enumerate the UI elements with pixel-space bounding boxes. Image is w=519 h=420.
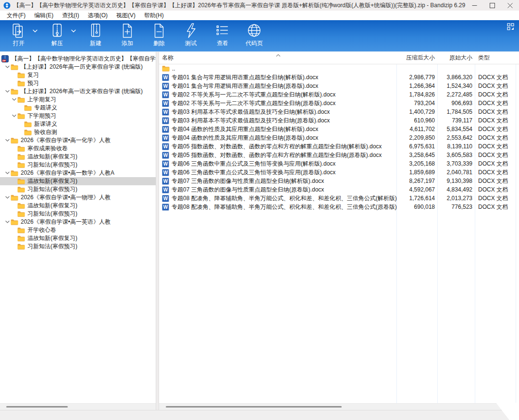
table-row[interactable]: W专题07 三角函数的图像与性质重点题型全归纳(原卷版).docx4,592,0… xyxy=(159,185,519,194)
tree-item[interactable]: 【上好课】2026年高一语文寒假自学课 (统编版) xyxy=(0,87,156,96)
file-type-cell: DOCX 文档 xyxy=(475,117,519,125)
chevron-down-icon[interactable] xyxy=(4,171,11,175)
tree-item[interactable]: 温故知新(寒假复习) xyxy=(0,177,156,185)
parent-dir-row[interactable]: .. xyxy=(159,64,519,73)
table-row[interactable]: W专题06 三角函数中重点公式及三角恒等变换与应用(原卷版).docx1,859… xyxy=(159,168,519,177)
tree-item[interactable]: 习新知法(寒假预习) xyxy=(0,210,156,218)
tree-item[interactable]: 开学收心卷 xyxy=(0,226,156,234)
tree-item[interactable]: 下学期预习 xyxy=(0,112,156,120)
column-header-original[interactable]: 原始大小 xyxy=(438,54,475,62)
file-name-cell: W专题03 利用基本不等式求最值题型及技巧全归纳(解析版).docx xyxy=(159,108,397,116)
tree-item[interactable]: ZIP【高一】【高中数学物理化学英语语文历史】【寒假自学课】【上好课】2026年… xyxy=(0,55,156,63)
file-name: 专题05 指数函数、对数函数、函数的零点和方程的解重点题型全归纳(原卷版).do… xyxy=(172,151,382,159)
table-row[interactable]: W专题02 不等关系与一元二次不等式重点题型全归纳(原卷版).docx793,2… xyxy=(159,99,519,108)
tree-item[interactable]: 温故知新(寒假复习) xyxy=(0,202,156,210)
toolbar-button-label: 新建 xyxy=(90,39,101,48)
toolbar-button-test[interactable]: 测试 xyxy=(178,22,204,48)
table-row[interactable]: W专题02 不等关系与一元二次不等式重点题型全归纳(解析版).docx1,784… xyxy=(159,90,519,99)
tree-item[interactable]: 验收自测 xyxy=(0,128,156,136)
chevron-down-icon[interactable] xyxy=(4,139,11,142)
dropdown-chevron-icon[interactable] xyxy=(32,29,38,33)
tree-item[interactable]: 温故知新(寒假复习) xyxy=(0,234,156,242)
table-row[interactable]: W专题03 利用基本不等式求最值题型及技巧全归纳(原卷版).docx610,96… xyxy=(159,116,519,125)
table-row[interactable]: W专题04 函数的性质及其应用重点题型全归纳(解析版).docx4,611,70… xyxy=(159,125,519,133)
toolbar-button-new[interactable]: 新建 xyxy=(83,22,109,48)
scrollbar-thumb[interactable] xyxy=(166,406,342,408)
tree-item[interactable]: 2026《寒假自学课•高一物理》人教 xyxy=(0,193,156,202)
chevron-down-icon[interactable] xyxy=(4,220,11,224)
tree-item-label: 开学收心卷 xyxy=(27,226,56,234)
window-controls xyxy=(466,0,519,11)
tree-item-label: 温故知新(寒假复习) xyxy=(27,153,77,161)
file-list: ..W专题01 集合与常用逻辑用语重点题型全归纳(解析版).docx2,986,… xyxy=(159,64,519,403)
table-row[interactable]: W专题07 三角函数的图像与性质重点题型全归纳(解析版).docx8,267,1… xyxy=(159,177,519,185)
table-row[interactable]: W专题06 三角函数中重点公式及三角恒等变换与应用(解析版).docx3,205… xyxy=(159,159,519,168)
scrollbar-thumb[interactable] xyxy=(6,406,68,408)
close-button[interactable] xyxy=(501,0,519,11)
folder-icon xyxy=(17,80,25,87)
toolbar-button-extract[interactable]: 解压 xyxy=(44,22,70,48)
table-row[interactable]: W专题01 集合与常用逻辑用语重点题型全归纳(解析版).docx2,986,77… xyxy=(159,73,519,82)
tree-item[interactable]: 预习 xyxy=(0,79,156,87)
codepage-globe-icon xyxy=(246,23,262,39)
column-header-type[interactable]: 类型 xyxy=(475,54,519,62)
table-row[interactable]: W专题08 配凑角、降幂辅助角、半角万能公式、积化和差、和差化积、三倍角公式(原… xyxy=(159,203,519,211)
tree-item-label: 寒假成果验收卷 xyxy=(27,144,68,153)
tree-item[interactable]: 2026《寒假自学课•高一化学》人教 xyxy=(0,136,156,144)
tree-item[interactable]: 2026《寒假自学课•高一数学》人教A xyxy=(0,169,156,177)
minimize-button[interactable] xyxy=(466,0,483,11)
tree-item[interactable]: 上学期复习 xyxy=(0,96,156,104)
file-name-cell: .. xyxy=(159,65,397,72)
menu-item-find[interactable]: 查找(I) xyxy=(58,11,83,21)
menu-item-help[interactable]: 帮助(H) xyxy=(140,11,168,21)
tree-item[interactable]: 寒假成果验收卷 xyxy=(0,144,156,153)
file-name-cell: W专题08 配凑角、降幂辅助角、半角万能公式、积化和差、和差化积、三倍角公式(解… xyxy=(159,194,397,203)
dropdown-chevron-icon[interactable] xyxy=(70,29,77,33)
table-row[interactable]: W专题04 函数的性质及其应用重点题型全归纳(原卷版).docx2,209,85… xyxy=(159,133,519,142)
chevron-down-icon[interactable] xyxy=(11,98,17,101)
toolbar-button-delete[interactable]: 删除 xyxy=(146,22,172,48)
toolbar-button-view[interactable]: 查看 xyxy=(210,22,235,48)
menu-item-edit[interactable]: 编辑(E) xyxy=(30,11,58,21)
tree-item[interactable]: 专题讲义 xyxy=(0,104,156,112)
menu-item-view[interactable]: 视图(V) xyxy=(112,11,140,21)
menu-item-file[interactable]: 文件(F) xyxy=(2,11,30,21)
chevron-down-icon[interactable] xyxy=(11,114,17,118)
tree-item-label: 2026《寒假自学课•高一化学》人教 xyxy=(21,136,111,144)
tree-item[interactable]: 温故知新(寒假复习) xyxy=(0,153,156,161)
file-name-cell: W专题03 利用基本不等式求最值题型及技巧全归纳(原卷版).docx xyxy=(159,117,397,125)
folder-icon xyxy=(11,63,18,71)
toolbar-button-codepage[interactable]: 代码页 xyxy=(241,22,267,48)
toolbar-button-label: 添加 xyxy=(122,39,133,48)
tree-item[interactable]: 复习 xyxy=(0,71,156,79)
original-size-cell: 1,524,340 xyxy=(438,83,475,89)
column-header-compressed[interactable]: 压缩后大小 xyxy=(397,54,438,62)
chevron-down-icon[interactable] xyxy=(4,65,11,69)
maximize-button[interactable] xyxy=(483,0,501,11)
tree-item[interactable]: 【上好课】2026年高一历史寒假自学课 (统编版) xyxy=(0,63,156,71)
tree-item[interactable]: 习新知法(寒假预习) xyxy=(0,242,156,251)
pane-splitter[interactable] xyxy=(156,52,159,410)
toolbar-button-open[interactable]: 打开 xyxy=(6,22,32,48)
original-size-cell: 1,784,505 xyxy=(438,108,475,115)
tree-item-label: 2026《寒假自学课•高一物理》人教 xyxy=(21,193,111,202)
file-type-cell: DOCX 文档 xyxy=(475,125,519,133)
chevron-down-icon[interactable] xyxy=(4,196,11,199)
table-row[interactable]: W专题05 指数函数、对数函数、函数的零点和方程的解重点题型全归纳(原卷版).d… xyxy=(159,151,519,159)
chevron-down-icon[interactable] xyxy=(4,90,11,93)
table-row[interactable]: W专题03 利用基本不等式求最值题型及技巧全归纳(解析版).docx1,400,… xyxy=(159,108,519,116)
table-row[interactable]: W专题01 集合与常用逻辑用语重点题型全归纳(原卷版).docx1,266,36… xyxy=(159,82,519,90)
menu-item-options[interactable]: 选项(O) xyxy=(84,11,112,21)
table-row[interactable]: W专题05 指数函数、对数函数、函数的零点和方程的解重点题型全归纳(解析版).d… xyxy=(159,142,519,151)
file-type-cell: DOCX 文档 xyxy=(475,143,519,151)
tree-item[interactable]: 习新知法(寒假预习) xyxy=(0,185,156,193)
table-row[interactable]: W专题08 配凑角、降幂辅助角、半角万能公式、积化和差、和差化积、三倍角公式(解… xyxy=(159,194,519,203)
original-size-cell: 2,272,485 xyxy=(438,91,475,98)
toolbar-layout-icon[interactable] xyxy=(507,23,514,30)
list-horizontal-scrollbar[interactable] xyxy=(159,403,519,410)
toolbar-button-add[interactable]: 添加 xyxy=(114,22,140,48)
tree-horizontal-scrollbar[interactable] xyxy=(0,403,156,410)
tree-item[interactable]: 新课讲义 xyxy=(0,120,156,128)
tree-item[interactable]: 习新知法(寒假预习) xyxy=(0,161,156,169)
tree-item[interactable]: 2026《寒假自学课•高一英语》人教 xyxy=(0,218,156,226)
